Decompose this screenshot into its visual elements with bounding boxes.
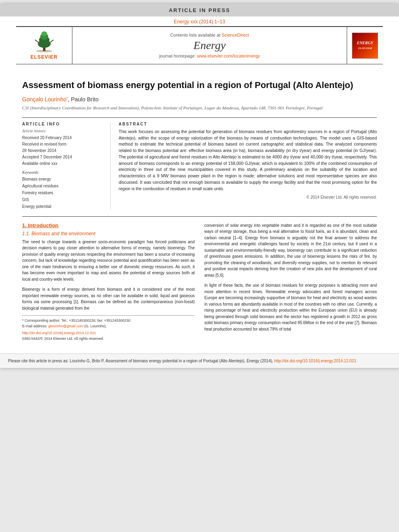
- body-right-column: conversion of solar energy into vegetabl…: [204, 222, 377, 342]
- page: ARTICLE IN PRESS Energy xxx (2014) 1–13: [0, 4, 399, 368]
- doi-link[interactable]: http://dx.doi.org/10.1016/j.energy.2014.…: [22, 331, 96, 335]
- info-abstract-section: ARTICLE INFO Article history: Received 2…: [22, 117, 377, 210]
- authors-line: Gonçalo Lourinho*, Paulo Brito: [22, 96, 377, 103]
- banner-text: ARTICLE IN PRESS: [169, 7, 230, 13]
- keyword-1: Biomass energy: [22, 176, 106, 183]
- journal-ref-text: Energy xxx (2014) 1–13: [174, 19, 225, 25]
- elsevier-tree-icon: [30, 31, 58, 53]
- elsevier-logo: ELSEVIER: [30, 31, 58, 60]
- right-paragraph-1: conversion of solar energy into vegetabl…: [204, 222, 377, 279]
- energy-logo: ENERGYELSEVIER: [352, 33, 378, 59]
- keyword-4: GIS: [22, 196, 106, 203]
- journal-ref: Energy xxx (2014) 1–13: [0, 16, 399, 26]
- energy-logo-text: ENERGYELSEVIER: [357, 41, 373, 50]
- journal-title-area: Contents lists available at ScienceDirec…: [72, 27, 347, 64]
- abstract-column: ABSTRACT This work focuses on assessing …: [119, 122, 377, 210]
- accepted-date: Accepted 7 December 2014: [22, 154, 106, 160]
- abstract-text: This work focuses on assessing the poten…: [119, 129, 377, 192]
- elsevier-text: ELSEVIER: [31, 54, 58, 60]
- article-title: Assessment of biomass energy potential i…: [22, 80, 377, 91]
- homepage-line: journal homepage: www.elsevier.com/locat…: [159, 53, 260, 58]
- citation-doi-link[interactable]: http://dx.doi.org/10.1016/j.energy.2014.…: [274, 359, 356, 363]
- keywords-list: Biomass energy Agricultural residues For…: [22, 176, 106, 210]
- journal-name: Energy: [193, 39, 226, 52]
- received-revised-label: Received in revised form: [22, 141, 106, 148]
- svg-line-6: [50, 40, 53, 42]
- keyword-5: Energy potential: [22, 203, 106, 210]
- abstract-label: ABSTRACT: [119, 122, 377, 126]
- bottom-citation-banner: Please cite this article in press as: Lo…: [0, 353, 399, 368]
- svg-point-4: [41, 31, 47, 36]
- body-paragraph-2: Bioenergy is a form of energy derived fr…: [22, 286, 195, 311]
- article-history-label: Article history:: [22, 129, 106, 133]
- author-name-2: Paulo Brito: [71, 96, 98, 103]
- journal-header: ELSEVIER Contents lists available at Sci…: [16, 26, 383, 64]
- footnote-area: * Corresponding author. Tel.: +351245300…: [22, 315, 195, 341]
- energy-logo-area: ENERGYELSEVIER: [347, 27, 383, 64]
- section1-heading: 1. Introduction: [22, 222, 195, 228]
- copyright-line: © 2014 Elsevier Ltd. All rights reserved…: [119, 195, 377, 199]
- article-info-label: ARTICLE INFO: [22, 122, 106, 126]
- keyword-2: Agricultural residues: [22, 183, 106, 189]
- sciencedirect-link[interactable]: ScienceDirect: [222, 33, 249, 37]
- email-address[interactable]: glourinho@gmail.com: [48, 324, 83, 328]
- email-name: (G. Lourinho).: [84, 324, 107, 328]
- body-paragraph-1: The need to change towards a greener soc…: [22, 239, 195, 283]
- article-in-press-banner: ARTICLE IN PRESS: [0, 4, 399, 16]
- citation-text: Please cite this article in press as: Lo…: [8, 358, 391, 364]
- footnote-issn: 0360-5442/© 2014 Elsevier Ltd. All right…: [22, 336, 195, 342]
- svg-line-5: [35, 40, 38, 42]
- footnote-email: E-mail address: glourinho@gmail.com (G. …: [22, 324, 195, 329]
- subsection1-heading: 1.1. Biomass and the environment: [22, 231, 195, 236]
- keyword-3: Forestry residues: [22, 189, 106, 196]
- sciencedirect-line: Contents lists available at ScienceDirec…: [170, 33, 249, 37]
- email-label: E-mail address:: [22, 324, 47, 328]
- article-info-column: ARTICLE INFO Article history: Received 2…: [22, 122, 111, 210]
- homepage-label: journal homepage:: [159, 53, 196, 58]
- footnote-corresponding: * Corresponding author. Tel.: +351245300…: [22, 318, 195, 324]
- main-content: Assessment of biomass energy potential i…: [0, 64, 399, 349]
- keywords-label: Keywords:: [22, 170, 106, 175]
- available-online: Available online xxx: [22, 160, 106, 167]
- received-date: Received 20 February 2014: [22, 135, 106, 141]
- author-name[interactable]: Gonçalo Lourinho: [22, 96, 67, 103]
- body-left-column: 1. Introduction 1.1. Biomass and the env…: [22, 222, 195, 342]
- homepage-url[interactable]: www.elsevier.com/locate/energy: [197, 53, 260, 58]
- affiliation: C3I (Interdisciplinary Coordination for …: [22, 105, 377, 111]
- sciencedirect-label: Contents lists available at: [170, 33, 220, 37]
- body-section: 1. Introduction 1.1. Biomass and the env…: [22, 222, 377, 342]
- elsevier-logo-area: ELSEVIER: [16, 27, 72, 64]
- section-divider: [22, 216, 377, 217]
- received-revised-date: 28 November 2014: [22, 148, 106, 154]
- footnote-doi: http://dx.doi.org/10.1016/j.energy.2014.…: [22, 331, 195, 336]
- right-paragraph-2: In light of these facts, the use of biom…: [204, 282, 377, 332]
- svg-point-7: [36, 50, 52, 52]
